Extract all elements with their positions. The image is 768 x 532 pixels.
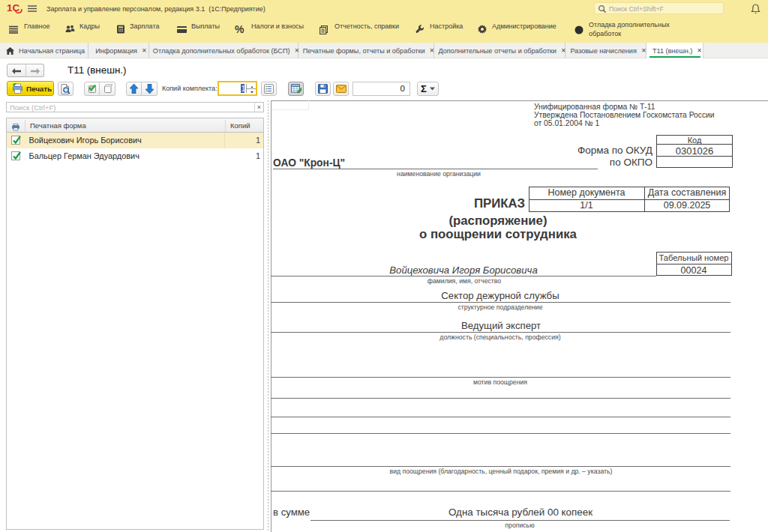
svg-text:1С: 1С [7,2,20,13]
